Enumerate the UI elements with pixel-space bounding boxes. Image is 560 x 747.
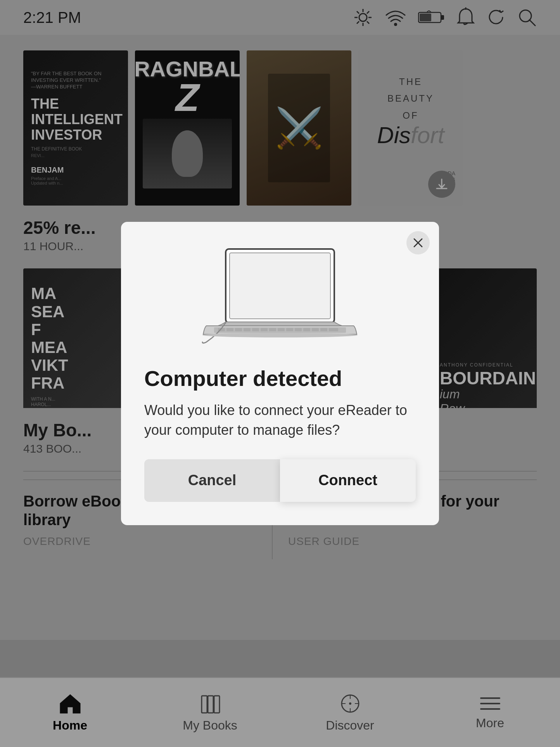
svg-rect-38 — [244, 328, 251, 331]
svg-rect-39 — [252, 328, 259, 331]
svg-rect-47 — [320, 328, 327, 331]
svg-rect-42 — [278, 328, 285, 331]
svg-rect-40 — [261, 328, 268, 331]
modal-actions: Cancel Connect — [144, 459, 416, 502]
laptop-svg — [195, 241, 365, 350]
svg-rect-43 — [286, 328, 293, 331]
svg-rect-48 — [329, 328, 338, 331]
modal-illustration — [144, 241, 416, 350]
modal-title: Computer detected — [144, 365, 416, 391]
modal-close-button[interactable] — [406, 231, 430, 254]
svg-rect-45 — [303, 328, 310, 331]
svg-point-50 — [202, 333, 358, 337]
modal-overlay[interactable]: Computer detected Would you like to conn… — [0, 0, 560, 747]
svg-rect-37 — [235, 328, 242, 331]
cancel-button[interactable]: Cancel — [144, 459, 280, 502]
svg-rect-33 — [230, 253, 330, 319]
svg-rect-41 — [269, 328, 276, 331]
modal-dialog: Computer detected Would you like to conn… — [121, 222, 439, 525]
modal-body: Would you like to connect your eReader t… — [144, 401, 416, 440]
svg-rect-46 — [312, 328, 319, 331]
svg-rect-36 — [226, 328, 233, 331]
connect-button[interactable]: Connect — [280, 459, 416, 502]
svg-rect-44 — [295, 328, 302, 331]
